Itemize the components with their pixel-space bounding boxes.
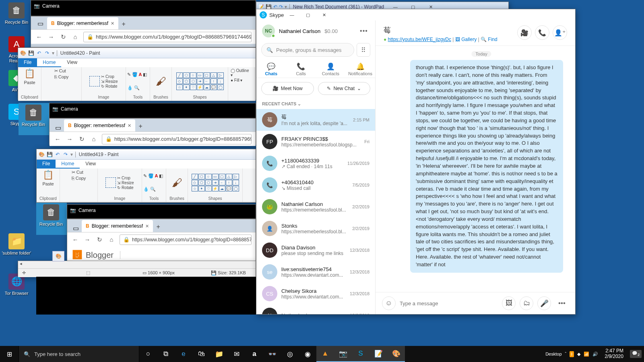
back-icon[interactable]: ← bbox=[54, 135, 62, 143]
camera-window-2[interactable]: 📷Camera bbox=[49, 103, 256, 118]
taskbar-amazon[interactable]: a bbox=[246, 346, 263, 362]
eraser-icon[interactable]: ◧ bbox=[143, 72, 147, 77]
taskbar-explorer[interactable]: 📁 bbox=[210, 346, 228, 362]
close-tab-icon[interactable]: ✕ bbox=[111, 21, 114, 26]
chat-item[interactable]: 📞 +4064310440 ↘ Missed call 7/5/2019 bbox=[256, 174, 375, 196]
taskbar-vlc[interactable]: ▲ bbox=[316, 346, 334, 362]
chat-item[interactable]: 莓 莓 I'm not a jerk lolita, despite 'a...… bbox=[256, 109, 375, 131]
meet-now-button[interactable]: 🎥Meet Now bbox=[261, 82, 314, 95]
taskbar-skype[interactable]: S bbox=[352, 346, 369, 362]
select-icon[interactable] bbox=[89, 76, 100, 86]
paint-nested-icon[interactable]: 🎨 bbox=[52, 251, 64, 261]
shapes-gallery[interactable]: ╱⬡○▭▢△▷◇⬠⬡➜←↑↓☆✦♡⚡☁💬◯ bbox=[176, 72, 224, 90]
paint-tab-view[interactable]: View bbox=[80, 160, 101, 169]
cut-button[interactable]: ✂ Cut bbox=[54, 68, 66, 74]
home-icon[interactable]: ⌂ bbox=[71, 33, 79, 41]
copy-button[interactable]: ⎘ Copy bbox=[54, 74, 69, 79]
chat-item[interactable]: 🐸 Nathaniel Carlson https://rememeberles… bbox=[256, 196, 375, 218]
show-desktop-label[interactable]: Desktop bbox=[545, 352, 561, 356]
desktop-icon-recycle-bin[interactable]: 🗑Recycle Bin bbox=[2, 2, 31, 25]
chat-item[interactable]: DD Diana Davison please stop sending me … bbox=[256, 239, 375, 261]
redo-icon[interactable]: ↷ bbox=[44, 50, 50, 56]
outline-button[interactable]: ◯ Outline ▾ bbox=[231, 68, 252, 77]
tab-notifications[interactable]: 🔔Notifications bbox=[345, 62, 375, 76]
video-call-button[interactable]: 🎥 bbox=[517, 25, 532, 40]
emoji-button[interactable]: ☺ bbox=[382, 296, 396, 310]
paste-icon[interactable]: 📋 bbox=[24, 68, 35, 79]
close-tab-icon[interactable]: ✕ bbox=[145, 224, 149, 229]
cut-button[interactable]: ✂ Cut bbox=[72, 170, 83, 175]
volume-icon[interactable]: 🔊 bbox=[592, 352, 598, 357]
dialpad-button[interactable]: ⠿ bbox=[357, 43, 370, 57]
add-people-button[interactable]: 👤⁺ bbox=[553, 25, 567, 40]
more-button[interactable]: ••• bbox=[555, 296, 569, 310]
fill-icon[interactable]: 🪣 bbox=[132, 72, 138, 77]
paint-window-1[interactable]: 🎨 💾 ↶ ↷ ▾ │ Untitled420 - Paint File Hom… bbox=[18, 47, 256, 100]
tray-app-icon[interactable]: ⦀ bbox=[570, 351, 574, 357]
attach-file-button[interactable]: 🖼 bbox=[502, 296, 516, 310]
save-icon[interactable]: 💾 bbox=[28, 50, 34, 56]
forward-icon[interactable]: → bbox=[66, 135, 74, 143]
tab-chats[interactable]: 💬Chats bbox=[256, 62, 286, 76]
paint-tab-home[interactable]: Home bbox=[37, 58, 61, 67]
tray-app2-icon[interactable]: ◆ bbox=[577, 352, 580, 357]
edge-window-3[interactable]: ▭BBlogger: rememberlessf✕+ ←→↻⌂🔒https://… bbox=[67, 219, 256, 261]
undo-icon[interactable]: ↶ bbox=[54, 151, 61, 158]
browser-tab[interactable]: BBlogger: rememberlessf✕ bbox=[82, 220, 153, 232]
skype-window[interactable]: S Skype ― ▢ ✕ NC Nathaniel Carlson $0.00… bbox=[256, 9, 576, 315]
new-tab-button[interactable]: + bbox=[135, 121, 146, 132]
url-field[interactable]: 🔒https://www.blogger.com/u/1/blogger.g?b… bbox=[83, 32, 252, 42]
tab-actions[interactable]: ▭ bbox=[33, 17, 47, 29]
voice-message-button[interactable]: 🎤 bbox=[537, 296, 551, 310]
message-bubble[interactable]: thorugh that. I experience those 'thing(… bbox=[410, 60, 563, 273]
forward-icon[interactable]: → bbox=[83, 236, 91, 244]
browser-tab[interactable]: BBlogger: rememberlessf✕ bbox=[47, 17, 118, 29]
more-icon[interactable]: ••• bbox=[358, 27, 369, 35]
resize-button[interactable]: ⇲ Resize bbox=[117, 181, 134, 185]
zoom-icon[interactable]: 🔍 bbox=[134, 85, 140, 90]
resize-button[interactable]: ⇲ Resize bbox=[101, 79, 118, 84]
refresh-icon[interactable]: ↻ bbox=[95, 236, 103, 244]
tab-calls[interactable]: 📞Calls bbox=[286, 62, 316, 76]
new-chat-button[interactable]: ✎New Chat⌄ bbox=[318, 82, 371, 95]
rotate-button[interactable]: ↻ Rotate bbox=[117, 185, 134, 190]
crop-button[interactable]: ✂ Crop bbox=[101, 74, 118, 79]
chat-item[interactable]: se live:sensitiveterrie754 https://www.d… bbox=[256, 261, 375, 283]
fill-button[interactable]: ● Fill ▾ bbox=[231, 78, 242, 82]
contact-card-button[interactable]: 🗂 bbox=[520, 296, 533, 310]
paint-tab-view[interactable]: View bbox=[61, 58, 83, 67]
taskbar-search[interactable]: 🔍Type here to search bbox=[19, 346, 139, 362]
select-icon[interactable] bbox=[105, 177, 116, 188]
wordpad-window[interactable]: 📝💾↶↷▾ │ New Rich Text Document (361) - W… bbox=[256, 2, 509, 10]
edge-window-2[interactable]: ▭BBlogger: rememberlessf✕+ ←→↻⌂🔒https://… bbox=[49, 118, 256, 145]
undo-icon[interactable]: ↶ bbox=[36, 50, 42, 56]
chat-item[interactable]: N Nathanie :( 12/3/2018 bbox=[256, 304, 375, 314]
rotate-button[interactable]: ↻ Rotate bbox=[101, 84, 118, 88]
wifi-icon[interactable]: 📶 bbox=[584, 352, 589, 357]
close-button[interactable]: ✕ bbox=[316, 9, 332, 21]
close-tab-icon[interactable]: ✕ bbox=[128, 123, 131, 128]
taskbar-chrome[interactable]: ◎ bbox=[281, 346, 299, 362]
shapes-gallery[interactable]: ╱⬡○▭▢△▷◇⬠⬡➜←↑↓☆✦♡⚡☁💬◯ bbox=[192, 174, 239, 191]
taskbar-paint[interactable]: 🎨 bbox=[387, 346, 405, 362]
url-field[interactable]: 🔒https://www.blogger.com/u/1/blogger.g?b… bbox=[102, 134, 252, 144]
recent-chats-header[interactable]: RECENT CHATS ⌄ bbox=[256, 99, 375, 109]
chat-item[interactable]: CS Chelsey Sikora https://www.deviantart… bbox=[256, 283, 375, 304]
new-tab-button[interactable]: + bbox=[118, 19, 129, 29]
message-input[interactable] bbox=[400, 300, 498, 306]
paint-tab-home[interactable]: Home bbox=[56, 160, 80, 169]
url-field[interactable]: 🔒https://www.blogger.com/u/1/blogger.g?b… bbox=[120, 234, 252, 245]
cortana-button[interactable]: ○ bbox=[139, 346, 157, 362]
edge-window-1[interactable]: ▭ BBlogger: rememberlessf✕ + ← → ↻ ⌂ 🔒ht… bbox=[31, 16, 256, 47]
chat-item[interactable]: 📞 +118004633339 ↗ Call ended · 14m 11s 1… bbox=[256, 152, 375, 174]
refresh-icon[interactable]: ↻ bbox=[78, 135, 86, 143]
nested-recycle-1[interactable]: 🗑Recycle Bin bbox=[19, 105, 48, 127]
conversation-name[interactable]: 莓 bbox=[384, 25, 517, 35]
taskbar-mail[interactable]: ✉ bbox=[228, 346, 246, 362]
skype-profile[interactable]: NC Nathaniel Carlson $0.00 ••• bbox=[256, 21, 375, 41]
tab-actions[interactable]: ▭ bbox=[70, 224, 82, 232]
paint-window-2[interactable]: 🎨💾↶↷▾ │ Untitled419 - Paint FileHomeView… bbox=[36, 149, 256, 203]
brush-icon[interactable]: 🖌 bbox=[172, 177, 182, 189]
nested-recycle-2[interactable]: 🗑Recycle Bin bbox=[36, 204, 66, 226]
taskbar-store[interactable]: 🛍 bbox=[192, 346, 210, 362]
